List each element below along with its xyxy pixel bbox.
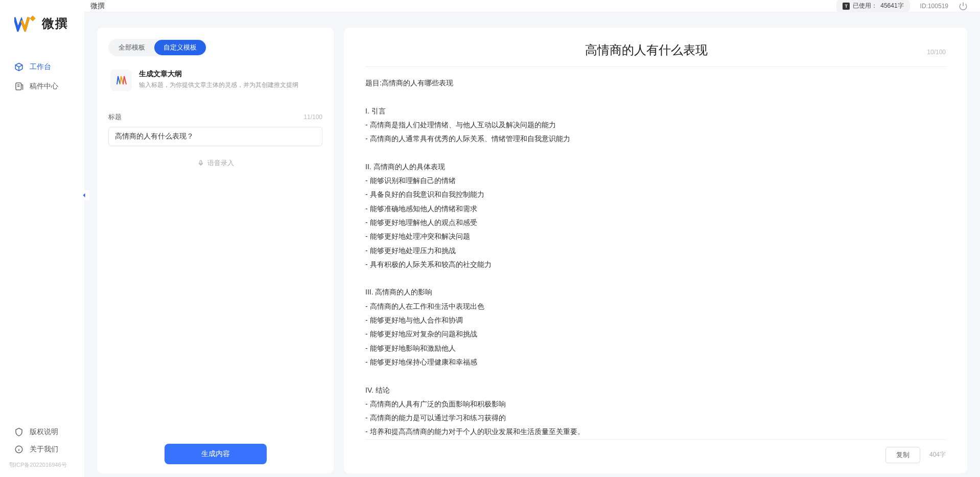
sidebar-item-workspace[interactable]: 工作台 — [0, 57, 84, 77]
sidebar-item-about[interactable]: 关于我们 — [0, 441, 84, 458]
user-id: ID:100519 — [920, 3, 948, 10]
output-footer: 复制 404字 — [365, 439, 946, 463]
icp-text: 鄂ICP备2022016946号 — [0, 458, 84, 469]
voice-input-button[interactable]: 语音录入 — [108, 158, 322, 168]
content: 全部模板 自定义模板 生成文章大纲 — [84, 12, 980, 477]
sidebar-item-label: 工作台 — [30, 62, 51, 72]
topbar: 微撰 T 已使用： 45641字 ID:100519 — [84, 0, 980, 12]
svg-rect-8 — [200, 161, 202, 164]
logo-icon — [14, 15, 36, 32]
generate-button[interactable]: 生成内容 — [165, 444, 267, 464]
sidebar: 微撰 工作台 — [0, 0, 84, 477]
output-body[interactable]: 题目:高情商的人有哪些表现 I. 引言 - 高情商是指人们处理情绪、与他人互动以… — [365, 76, 946, 439]
svg-rect-0 — [30, 15, 35, 21]
sidebar-item-label: 稿件中心 — [30, 82, 58, 91]
template-icon — [110, 70, 132, 91]
chevron-left-icon — [81, 192, 87, 198]
template-card: 生成文章大纲 输入标题，为你提供文章主体的灵感，并为其创建推文提纲 — [108, 65, 322, 100]
collapse-handle[interactable] — [79, 190, 89, 200]
sidebar-item-drafts[interactable]: 稿件中心 — [0, 77, 84, 96]
main: 微撰 T 已使用： 45641字 ID:100519 全部模板 自 — [84, 0, 980, 477]
output-panel: 高情商的人有什么表现 10/100 题目:高情商的人有哪些表现 I. 引言 - … — [344, 28, 967, 473]
tab-custom-templates[interactable]: 自定义模板 — [154, 40, 206, 55]
template-tabs: 全部模板 自定义模板 — [108, 39, 207, 56]
microphone-icon — [197, 160, 204, 167]
usage-badge[interactable]: T 已使用： 45641字 — [836, 0, 909, 12]
document-icon — [14, 82, 24, 91]
logo-text: 微撰 — [42, 15, 68, 32]
tab-all-templates[interactable]: 全部模板 — [109, 40, 154, 55]
copy-button[interactable]: 复制 — [885, 447, 920, 463]
text-icon: T — [843, 3, 850, 10]
logo: 微撰 — [0, 15, 84, 57]
sidebar-item-label: 版权说明 — [30, 427, 58, 437]
sidebar-item-label: 关于我们 — [30, 445, 58, 454]
sidebar-bottom: 版权说明 关于我们 鄂ICP备2022016946号 — [0, 423, 84, 472]
shield-icon — [14, 427, 24, 437]
input-panel: 全部模板 自定义模板 生成文章大纲 — [97, 28, 334, 473]
info-icon — [14, 445, 24, 454]
page-title: 微撰 — [90, 2, 105, 11]
sidebar-item-copyright[interactable]: 版权说明 — [0, 423, 84, 441]
template-title: 生成文章大纲 — [139, 70, 320, 79]
field-counter: 11/100 — [304, 113, 322, 121]
nav-list: 工作台 稿件中心 — [0, 57, 84, 423]
cube-icon — [14, 62, 24, 72]
power-icon[interactable] — [959, 2, 968, 11]
field-label: 标题 — [108, 112, 122, 122]
usage-label: 已使用： — [853, 2, 877, 10]
output-title: 高情商的人有什么表现 — [365, 42, 927, 58]
template-desc: 输入标题，为你提供文章主体的灵感，并为其创建推文提纲 — [139, 81, 320, 89]
title-field-group: 标题 11/100 — [108, 112, 322, 146]
word-count: 404字 — [929, 450, 946, 459]
title-input[interactable] — [108, 127, 322, 146]
output-title-counter: 10/100 — [927, 49, 946, 56]
voice-label: 语音录入 — [207, 158, 234, 168]
usage-value: 45641字 — [880, 2, 903, 10]
